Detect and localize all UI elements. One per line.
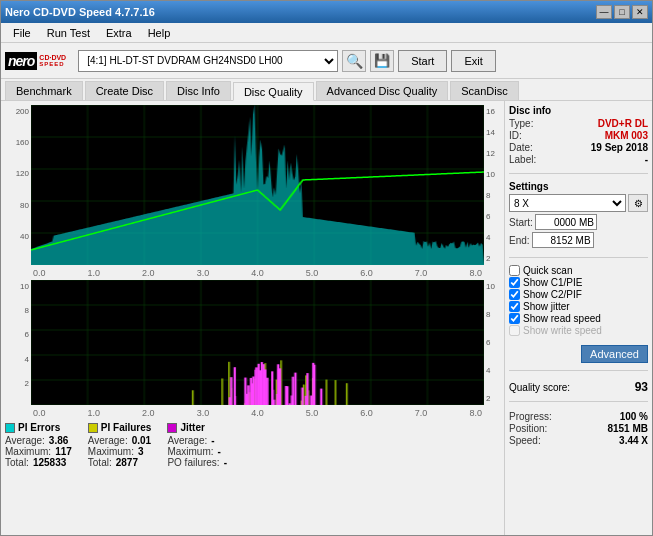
jitter-label: Jitter bbox=[180, 422, 204, 433]
start-input[interactable] bbox=[535, 214, 597, 230]
chart-section: 200 160 120 80 40 16 14 12 10 8 6 bbox=[1, 101, 504, 535]
end-input[interactable] bbox=[532, 232, 594, 248]
settings-icon-btn[interactable]: ⚙ bbox=[628, 194, 648, 212]
jitter-stat: Jitter Average: - Maximum: - PO failures… bbox=[167, 422, 227, 468]
lower-chart-row: 10 8 6 4 2 10 8 6 4 2 bbox=[5, 280, 500, 405]
speed-row: 8 X Max 1 X 2 X 4 X 16 X ⚙ bbox=[509, 194, 648, 212]
jitter-color bbox=[167, 423, 177, 433]
close-button[interactable]: ✕ bbox=[632, 5, 648, 19]
show-read-speed-label: Show read speed bbox=[523, 313, 601, 324]
pi-errors-header: PI Errors bbox=[5, 422, 72, 433]
drive-selector[interactable]: [4:1] HL-DT-ST DVDRAM GH24NSD0 LH00 bbox=[78, 50, 338, 72]
jitter-header: Jitter bbox=[167, 422, 227, 433]
lower-chart-container bbox=[31, 280, 484, 405]
id-row: ID: MKM 003 bbox=[509, 130, 648, 141]
content-area: 200 160 120 80 40 16 14 12 10 8 6 bbox=[1, 101, 652, 535]
pi-failures-stat: PI Failures Average: 0.01 Maximum: 3 Tot… bbox=[88, 422, 152, 468]
progress-row: Progress: 100 % bbox=[509, 411, 648, 422]
pi-failures-label: PI Failures bbox=[101, 422, 152, 433]
position-row: Position: 8151 MB bbox=[509, 423, 648, 434]
pi-errors-label: PI Errors bbox=[18, 422, 60, 433]
lower-y-labels-left: 10 8 6 4 2 bbox=[5, 280, 31, 405]
tab-advanced-disc-quality[interactable]: Advanced Disc Quality bbox=[316, 81, 449, 100]
menu-extra[interactable]: Extra bbox=[98, 26, 140, 40]
advanced-button[interactable]: Advanced bbox=[581, 345, 648, 363]
show-c2-pif-checkbox[interactable] bbox=[509, 289, 520, 300]
upper-chart-container bbox=[31, 105, 484, 265]
settings-section: Settings 8 X Max 1 X 2 X 4 X 16 X ⚙ Star… bbox=[509, 181, 648, 250]
quick-scan-row: Quick scan bbox=[509, 265, 648, 276]
pi-errors-total-row: Total: 125833 bbox=[5, 457, 72, 468]
upper-y-labels-left: 200 160 120 80 40 bbox=[5, 105, 31, 265]
logo-area: nero CD·DVD SPEED bbox=[5, 52, 66, 70]
divider-1 bbox=[509, 173, 648, 174]
quality-score-row: Quality score: 93 bbox=[509, 380, 648, 394]
scan-icon-btn[interactable]: 🔍 bbox=[342, 50, 366, 72]
jitter-avg-row: Average: - bbox=[167, 435, 227, 446]
title-bar-controls: — □ ✕ bbox=[596, 5, 648, 19]
divider-4 bbox=[509, 401, 648, 402]
checkboxes-section: Quick scan Show C1/PIE Show C2/PIF Show … bbox=[509, 265, 648, 337]
menu-help[interactable]: Help bbox=[140, 26, 179, 40]
quick-scan-label: Quick scan bbox=[523, 265, 572, 276]
pi-errors-color bbox=[5, 423, 15, 433]
po-failures-row: PO failures: - bbox=[167, 457, 227, 468]
menu-run-test[interactable]: Run Test bbox=[39, 26, 98, 40]
end-row: End: bbox=[509, 232, 648, 248]
date-row: Date: 19 Sep 2018 bbox=[509, 142, 648, 153]
maximize-button[interactable]: □ bbox=[614, 5, 630, 19]
disc-info-title: Disc info bbox=[509, 105, 648, 116]
type-row: Type: DVD+R DL bbox=[509, 118, 648, 129]
tab-disc-info[interactable]: Disc Info bbox=[166, 81, 231, 100]
pi-failures-max-row: Maximum: 3 bbox=[88, 446, 152, 457]
nero-subtitle: CD·DVD SPEED bbox=[39, 54, 66, 67]
jitter-max-row: Maximum: - bbox=[167, 446, 227, 457]
show-write-speed-checkbox[interactable] bbox=[509, 325, 520, 336]
divider-3 bbox=[509, 370, 648, 371]
tab-disc-quality[interactable]: Disc Quality bbox=[233, 82, 314, 101]
show-c1-pie-checkbox[interactable] bbox=[509, 277, 520, 288]
show-jitter-label: Show jitter bbox=[523, 301, 570, 312]
quick-scan-checkbox[interactable] bbox=[509, 265, 520, 276]
pi-errors-max-row: Maximum: 117 bbox=[5, 446, 72, 457]
disc-info-section: Disc info Type: DVD+R DL ID: MKM 003 Dat… bbox=[509, 105, 648, 166]
start-button[interactable]: Start bbox=[398, 50, 447, 72]
tab-create-disc[interactable]: Create Disc bbox=[85, 81, 164, 100]
title-bar: Nero CD-DVD Speed 4.7.7.16 — □ ✕ bbox=[1, 1, 652, 23]
tab-scandisc[interactable]: ScanDisc bbox=[450, 81, 518, 100]
advanced-btn-container: Advanced bbox=[509, 343, 648, 363]
upper-x-labels: 0.0 1.0 2.0 3.0 4.0 5.0 6.0 7.0 8.0 bbox=[5, 268, 500, 278]
right-panel: Disc info Type: DVD+R DL ID: MKM 003 Dat… bbox=[504, 101, 652, 535]
pi-errors-avg-row: Average: 3.86 bbox=[5, 435, 72, 446]
show-write-speed-label: Show write speed bbox=[523, 325, 602, 336]
lower-x-labels: 0.0 1.0 2.0 3.0 4.0 5.0 6.0 7.0 8.0 bbox=[5, 408, 500, 418]
show-c2-pif-label: Show C2/PIF bbox=[523, 289, 582, 300]
main-window: Nero CD-DVD Speed 4.7.7.16 — □ ✕ File Ru… bbox=[0, 0, 653, 536]
upper-chart-row: 200 160 120 80 40 16 14 12 10 8 6 bbox=[5, 105, 500, 265]
label-row: Label: - bbox=[509, 154, 648, 165]
tab-benchmark[interactable]: Benchmark bbox=[5, 81, 83, 100]
menu-file[interactable]: File bbox=[5, 26, 39, 40]
lower-y-labels-right: 10 8 6 4 2 bbox=[484, 280, 500, 405]
show-read-speed-checkbox[interactable] bbox=[509, 313, 520, 324]
settings-title: Settings bbox=[509, 181, 648, 192]
speed-row: Speed: 3.44 X bbox=[509, 435, 648, 446]
pi-failures-total-row: Total: 2877 bbox=[88, 457, 152, 468]
progress-section: Progress: 100 % Position: 8151 MB Speed:… bbox=[509, 411, 648, 447]
exit-button[interactable]: Exit bbox=[451, 50, 495, 72]
upper-y-labels-right: 16 14 12 10 8 6 4 2 bbox=[484, 105, 500, 265]
show-jitter-checkbox[interactable] bbox=[509, 301, 520, 312]
minimize-button[interactable]: — bbox=[596, 5, 612, 19]
save-icon-btn[interactable]: 💾 bbox=[370, 50, 394, 72]
pi-failures-color bbox=[88, 423, 98, 433]
show-c1-pie-label: Show C1/PIE bbox=[523, 277, 582, 288]
toolbar: nero CD·DVD SPEED [4:1] HL-DT-ST DVDRAM … bbox=[1, 43, 652, 79]
divider-2 bbox=[509, 257, 648, 258]
nero-logo: nero bbox=[5, 52, 37, 70]
show-read-speed-row: Show read speed bbox=[509, 313, 648, 324]
menu-bar: File Run Test Extra Help bbox=[1, 23, 652, 43]
speed-selector[interactable]: 8 X Max 1 X 2 X 4 X 16 X bbox=[509, 194, 626, 212]
window-title: Nero CD-DVD Speed 4.7.7.16 bbox=[5, 6, 155, 18]
show-c1-pie-row: Show C1/PIE bbox=[509, 277, 648, 288]
start-row: Start: bbox=[509, 214, 648, 230]
